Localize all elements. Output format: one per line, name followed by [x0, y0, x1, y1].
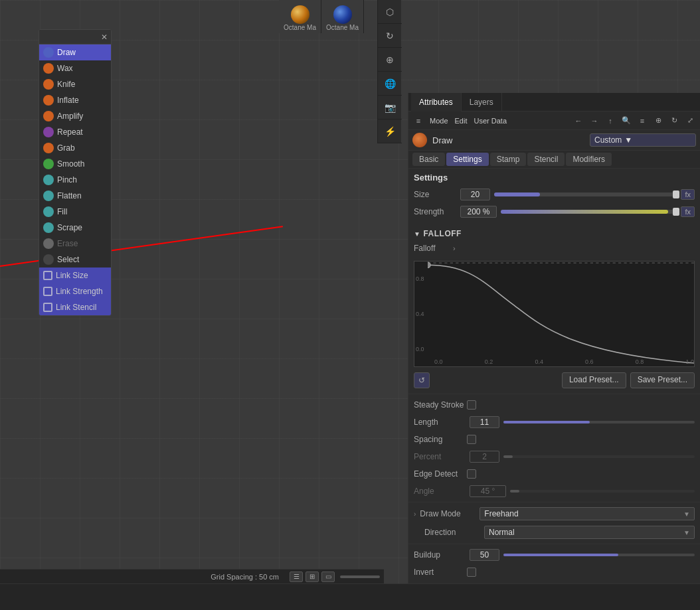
material-sphere-1	[333, 5, 352, 24]
draw-mode-select[interactable]: Freehand ▼	[480, 507, 695, 520]
size-label: Size	[414, 190, 460, 199]
link-stencil-item[interactable]: Link Stencil	[39, 299, 111, 315]
falloff-expand-icon[interactable]: ›	[453, 244, 456, 252]
tool-label-pinch: Pinch	[57, 175, 77, 185]
falloff-header[interactable]: ▼ FALLOFF	[414, 226, 695, 241]
strength-fx-btn[interactable]: fx	[681, 206, 695, 217]
tool-item-erase: Erase	[39, 236, 111, 252]
tool-item-grab[interactable]: Grab	[39, 140, 111, 156]
edit-btn[interactable]: Edit	[452, 114, 470, 128]
icon-btn-1[interactable]: ↻	[378, 24, 402, 48]
preset-dropdown[interactable]: Custom ▼	[590, 133, 696, 147]
grid-view-btn[interactable]: ⊞	[306, 572, 319, 582]
curve-graph[interactable]: 0.8 0.4 0.0 0.0 0.2 0.4 0.6 0.8 1.0	[414, 261, 695, 367]
tool-item-flatten[interactable]: Flatten	[39, 188, 111, 204]
smooth-icon	[43, 159, 54, 169]
length-slider[interactable]	[503, 421, 695, 423]
tool-item-knife[interactable]: Knife	[39, 76, 111, 92]
panel-header: ✕	[39, 30, 111, 44]
buildup-slider[interactable]	[503, 554, 695, 556]
icon-btn-3[interactable]: 🌐	[378, 72, 402, 96]
link-strength-item[interactable]: Link Strength	[39, 283, 111, 299]
buildup-value[interactable]: 50	[470, 549, 499, 561]
icon-btn-4[interactable]: 📷	[378, 96, 402, 119]
reset-curve-btn[interactable]: ↺	[414, 372, 430, 388]
reset-icon[interactable]: ↻	[667, 114, 681, 128]
size-slider[interactable]	[494, 192, 677, 196]
back-icon[interactable]: ←	[571, 114, 586, 128]
spacing-checkbox[interactable]	[467, 435, 476, 444]
tab-modifiers[interactable]: Modifiers	[566, 153, 612, 166]
edge-detect-checkbox[interactable]	[467, 469, 476, 479]
percent-value[interactable]: 2	[470, 451, 499, 463]
user-data-btn[interactable]: User Data	[472, 114, 510, 128]
search-icon[interactable]: 🔍	[619, 114, 634, 128]
icon-btn-5[interactable]: ⚡	[378, 119, 402, 143]
angle-value[interactable]: 45 °	[470, 485, 506, 497]
tool-item-smooth[interactable]: Smooth	[39, 156, 111, 172]
steady-stroke-checkbox[interactable]	[467, 400, 476, 410]
material-thumb-1[interactable]: Octane Ma	[321, 0, 364, 33]
tool-item-draw[interactable]: Draw	[39, 44, 111, 60]
direction-select[interactable]: Normal ▼	[484, 526, 695, 539]
load-preset-btn[interactable]: Load Preset...	[562, 372, 626, 388]
tab-attributes[interactable]: Attributes	[411, 93, 462, 112]
tab-layers[interactable]: Layers	[462, 93, 502, 112]
material-thumb-0[interactable]: Octane Ma	[279, 0, 321, 33]
strength-value[interactable]: 200 %	[460, 206, 497, 218]
tool-label-scrape: Scrape	[57, 223, 82, 232]
invert-checkbox[interactable]	[467, 568, 476, 577]
icon-btn-0[interactable]: ⬡	[378, 0, 402, 24]
right-icon-bar: ⬡ ↻ ⊕ 🌐 📷 ⚡	[377, 0, 401, 143]
forward-icon[interactable]: →	[587, 114, 602, 128]
link-size-item[interactable]: Link Size	[39, 267, 111, 283]
falloff-title: FALLOFF	[423, 229, 462, 238]
tool-item-select[interactable]: Select	[39, 252, 111, 267]
falloff-label: Falloff	[414, 244, 450, 253]
view-slider[interactable]	[340, 575, 380, 578]
chevron-down-icon: ▼	[683, 529, 690, 536]
tool-item-fill[interactable]: Fill	[39, 204, 111, 220]
bottom-toolbar	[0, 583, 700, 610]
frame-btn[interactable]: ▭	[321, 572, 335, 582]
icon-btn-2[interactable]: ⊕	[378, 48, 402, 72]
sub-tab-bar: Basic Settings Stamp Stencil Modifiers	[408, 151, 700, 169]
erase-icon	[43, 238, 54, 249]
save-preset-btn[interactable]: Save Preset...	[630, 372, 695, 388]
attr-panel: Attributes Layers ≡ Mode Edit User Data …	[408, 93, 700, 610]
link-size-icon	[43, 271, 52, 280]
tab-basic[interactable]: Basic	[412, 153, 445, 166]
strength-slider-handle[interactable]	[673, 208, 679, 216]
tool-item-scrape[interactable]: Scrape	[39, 220, 111, 236]
tool-item-wax[interactable]: Wax	[39, 60, 111, 76]
size-fx-btn[interactable]: fx	[681, 189, 695, 200]
strength-label: Strength	[414, 207, 460, 216]
size-value[interactable]: 20	[460, 189, 490, 200]
tool-label-grab: Grab	[57, 143, 75, 153]
link-size-label: Link Size	[56, 271, 88, 280]
strength-row: Strength 200 % fx	[414, 204, 695, 220]
tab-settings[interactable]: Settings	[446, 153, 488, 166]
up-icon[interactable]: ↑	[603, 114, 618, 128]
tool-item-pinch[interactable]: Pinch	[39, 172, 111, 188]
link-stencil-label: Link Stencil	[56, 303, 96, 312]
length-value[interactable]: 11	[470, 416, 499, 428]
expand-icon[interactable]: ⤢	[683, 114, 697, 128]
add-icon[interactable]: ⊕	[651, 114, 665, 128]
tool-item-amplify[interactable]: Amplify	[39, 108, 111, 124]
filter-icon[interactable]: ≡	[635, 114, 650, 128]
status-bar: Grid Spacing : 50 cm	[0, 569, 286, 583]
mode-btn[interactable]: Mode	[427, 114, 451, 128]
size-slider-handle[interactable]	[673, 191, 679, 198]
flatten-icon	[43, 191, 54, 201]
draw-mode-expand-icon[interactable]: ›	[414, 510, 416, 518]
list-view-btn[interactable]: ☰	[290, 572, 303, 582]
strength-slider[interactable]	[501, 210, 677, 214]
tab-stamp[interactable]: Stamp	[490, 153, 527, 166]
menu-icon[interactable]: ≡	[411, 114, 426, 128]
tool-label-fill: Fill	[57, 207, 67, 216]
close-icon[interactable]: ✕	[101, 33, 108, 42]
tab-stencil[interactable]: Stencil	[527, 153, 565, 166]
tool-item-repeat[interactable]: Repeat	[39, 124, 111, 140]
tool-item-inflate[interactable]: Inflate	[39, 92, 111, 108]
